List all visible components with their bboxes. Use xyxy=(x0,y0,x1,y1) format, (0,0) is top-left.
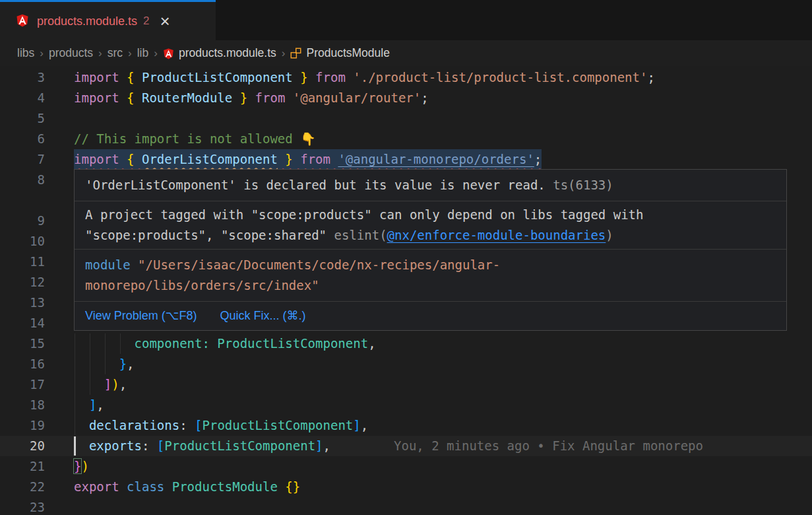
code-token: } xyxy=(293,70,308,85)
code-token: import xyxy=(74,90,127,105)
code-line-15[interactable]: 15 component: ProductListComponent, xyxy=(0,333,812,354)
hover-ts-code: ts(6133) xyxy=(553,178,613,192)
code-token: ProductListComponent xyxy=(203,418,354,432)
code-token: [ xyxy=(195,418,202,432)
code-token: ProductListComponent xyxy=(142,70,293,85)
code-token: } xyxy=(119,357,127,371)
code-line-4[interactable]: 4import { RouterModule } from '@angular/… xyxy=(0,88,812,108)
code-token: import xyxy=(74,70,127,85)
line-number: 20 xyxy=(0,436,45,456)
code-token: ProductListComponent xyxy=(164,438,315,453)
code-line-22[interactable]: 22export class ProductsModule {} xyxy=(0,477,812,497)
code-line-text[interactable]: export class ProductsModule {} xyxy=(74,477,812,497)
code-token: declarations xyxy=(89,418,179,432)
code-token xyxy=(74,438,89,453)
line-number: 23 xyxy=(0,497,45,515)
code-token: ) xyxy=(111,377,119,392)
code-token xyxy=(74,336,135,351)
code-token: ; xyxy=(534,152,542,166)
hover-eslint-line2: "scope:products", "scope:shared" eslint(… xyxy=(85,225,776,246)
breadcrumb-item-libs[interactable]: libs xyxy=(17,46,34,60)
code-line-16[interactable]: 16 }, xyxy=(0,354,812,374)
code-token: ] xyxy=(315,438,323,453)
indent-guide xyxy=(75,395,75,415)
code-token: class xyxy=(127,479,172,494)
code-line-7[interactable]: 7import { OrderListComponent } from '@an… xyxy=(0,149,812,170)
code-line-text[interactable]: ], xyxy=(74,395,812,415)
code-line-text[interactable]: }, xyxy=(74,354,812,374)
close-icon[interactable]: × xyxy=(160,15,170,28)
chevron-right-icon: › xyxy=(154,47,158,60)
line-number: 3 xyxy=(0,67,45,88)
code-token: RouterModule xyxy=(142,90,232,105)
tab-problem-count: 2 xyxy=(143,15,149,28)
view-problem-button[interactable]: View Problem (⌥F8) xyxy=(85,309,197,322)
breadcrumb-item-lib[interactable]: lib xyxy=(137,46,149,60)
code-line-17[interactable]: 17 ]), xyxy=(0,374,812,395)
code-token: '@angular-monorepo/orders' xyxy=(338,152,534,166)
breadcrumb-item-symbol[interactable]: ProductsModule xyxy=(290,46,389,60)
line-number: 7 xyxy=(0,149,45,170)
code-token: from xyxy=(247,90,293,105)
code-line-text[interactable] xyxy=(74,108,812,129)
class-symbol-icon xyxy=(290,48,301,59)
code-line-6[interactable]: 6// This import is not allowed 👇 xyxy=(0,129,812,149)
line-number: 15 xyxy=(0,333,45,354)
code-line-20[interactable]: 20 exports: [ProductListComponent],You, … xyxy=(0,436,812,456)
code-line-text[interactable]: import { OrderListComponent } from '@ang… xyxy=(74,149,812,170)
code-line-text[interactable] xyxy=(74,497,812,515)
code-token: : xyxy=(142,438,157,453)
indent-guide xyxy=(90,374,90,395)
code-token: from xyxy=(293,152,338,166)
line-number: 8 xyxy=(0,170,45,190)
line-number: 11 xyxy=(0,252,45,272)
code-line-text[interactable]: exports: [ProductListComponent],You, 2 m… xyxy=(74,436,812,456)
line-number: 9 xyxy=(0,211,45,231)
hover-module-info: module "/Users/isaac/Documents/code/nx-r… xyxy=(75,250,786,302)
code-token: , xyxy=(96,397,104,412)
angular-icon xyxy=(163,48,174,59)
code-token: { xyxy=(127,90,142,105)
code-token: '@angular/router' xyxy=(293,90,421,105)
code-line-19[interactable]: 19 declarations: [ProductListComponent], xyxy=(0,415,812,436)
indent-guide xyxy=(75,374,75,395)
code-line-text[interactable]: // This import is not allowed 👇 xyxy=(74,129,812,149)
code-token xyxy=(74,357,119,371)
line-number: 12 xyxy=(0,272,45,292)
code-editor[interactable]: 3import { ProductListComponent } from '.… xyxy=(0,66,812,515)
line-number: 18 xyxy=(0,395,45,415)
code-line-text[interactable]: }) xyxy=(74,456,812,477)
code-line-text[interactable]: import { RouterModule } from '@angular/r… xyxy=(74,88,812,108)
tab-bar: products.module.ts 2 × xyxy=(0,0,812,40)
code-line-23[interactable]: 23 xyxy=(0,497,812,515)
code-line-18[interactable]: 18 ], xyxy=(0,395,812,415)
breadcrumb-item-file[interactable]: products.module.ts xyxy=(163,46,276,60)
code-token: ] xyxy=(104,377,111,392)
line-number: 19 xyxy=(0,415,45,436)
breadcrumb-item-products[interactable]: products xyxy=(49,46,93,60)
code-token: } xyxy=(74,459,81,473)
line-number: 17 xyxy=(0,374,45,395)
code-line-5[interactable]: 5 xyxy=(0,108,812,129)
code-line-21[interactable]: 21}) xyxy=(0,456,812,477)
code-line-text[interactable]: component: ProductListComponent, xyxy=(74,333,812,354)
code-token: } xyxy=(278,152,293,166)
code-token xyxy=(74,377,104,392)
indent-guide xyxy=(120,333,121,354)
quick-fix-button[interactable]: Quick Fix... (⌘.) xyxy=(220,309,305,322)
indent-guide xyxy=(75,415,75,436)
code-line-text[interactable]: ]), xyxy=(74,374,812,395)
code-line-text[interactable]: declarations: [ProductListComponent], xyxy=(74,415,812,436)
code-token: from xyxy=(308,70,354,85)
angular-icon xyxy=(16,13,29,30)
code-token: , xyxy=(119,377,127,392)
code-token: ] xyxy=(89,397,96,412)
breadcrumb-item-src[interactable]: src xyxy=(108,46,123,60)
error-highlight-range: import { OrderListComponent } from '@ang… xyxy=(74,149,542,170)
eslint-rule-link[interactable]: @nx/enforce-module-boundaries xyxy=(387,228,606,242)
code-line-3[interactable]: 3import { ProductListComponent } from '.… xyxy=(0,67,812,88)
tab-products-module[interactable]: products.module.ts 2 × xyxy=(0,0,216,40)
code-token: ; xyxy=(421,90,428,105)
code-line-text[interactable]: import { ProductListComponent } from './… xyxy=(74,67,812,88)
chevron-right-icon: › xyxy=(40,47,44,60)
